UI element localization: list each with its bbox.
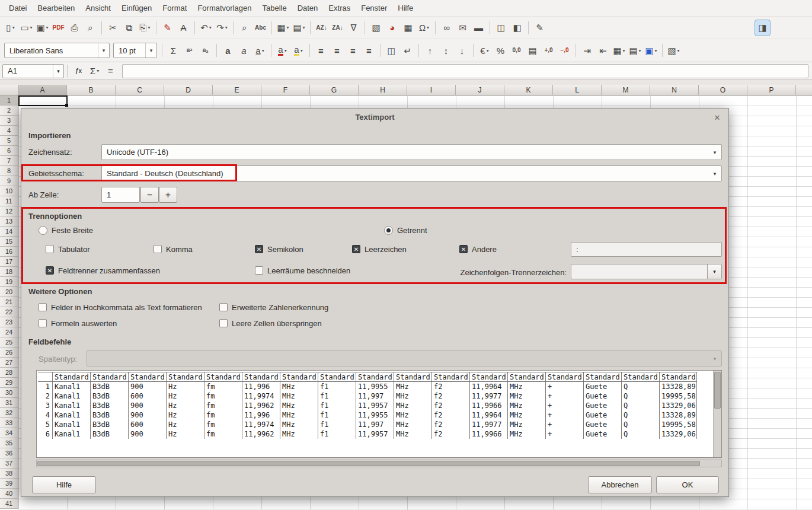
- align-bottom-icon[interactable]: ↓: [455, 43, 469, 58]
- align-left-icon[interactable]: ≡: [314, 43, 328, 58]
- row-header-32[interactable]: 32: [0, 408, 18, 418]
- space-option[interactable]: Leerzeichen: [352, 244, 407, 254]
- tab-checkbox[interactable]: [46, 245, 54, 253]
- row-header-14[interactable]: 14: [0, 227, 18, 237]
- border-color-icon[interactable]: ▣▾: [644, 43, 658, 58]
- italic-icon[interactable]: a: [236, 43, 251, 58]
- save-icon[interactable]: ▣▾: [35, 20, 50, 36]
- row-header-26[interactable]: 26: [0, 348, 18, 358]
- sidebar-icon[interactable]: ◨: [755, 20, 770, 36]
- column-header-p[interactable]: P: [747, 85, 796, 95]
- evaluate-formulas-option[interactable]: Formeln auswerten: [39, 318, 117, 328]
- insert-table-icon[interactable]: ▤▾: [292, 20, 306, 36]
- chevron-down-icon[interactable]: ▾: [708, 166, 721, 181]
- preview-column-header[interactable]: Standard: [621, 372, 659, 381]
- new-document-icon[interactable]: ▯▾: [3, 20, 18, 36]
- row-header-28[interactable]: 28: [0, 368, 18, 378]
- menu-item-bearbeiten[interactable]: Bearbeiten: [32, 1, 80, 15]
- chevron-down-icon[interactable]: ▾: [53, 65, 63, 78]
- border-style-icon[interactable]: ▤▾: [628, 43, 642, 58]
- row-header-29[interactable]: 29: [0, 378, 18, 388]
- row-header-10[interactable]: 10: [0, 186, 18, 196]
- preview-column-header[interactable]: Standard: [545, 372, 583, 381]
- row-header-19[interactable]: 19: [0, 277, 18, 287]
- underline-icon[interactable]: a▾: [252, 43, 267, 58]
- row-header-25[interactable]: 25: [0, 337, 18, 348]
- row-header-21[interactable]: 21: [0, 297, 18, 307]
- preview-column-header[interactable]: Standard: [52, 372, 90, 381]
- menu-item-format[interactable]: Format: [157, 1, 192, 15]
- function-wizard-icon[interactable]: ƒx: [71, 63, 86, 79]
- chevron-down-icon[interactable]: ▾: [708, 145, 721, 160]
- row-header-20[interactable]: 20: [0, 287, 18, 297]
- from-row-input[interactable]: 1: [101, 187, 140, 203]
- fixed-width-radio[interactable]: [39, 226, 47, 235]
- formula-input[interactable]: [122, 64, 808, 78]
- cut-icon[interactable]: ✂: [106, 20, 120, 36]
- preview-column-header[interactable]: Standard: [394, 372, 431, 381]
- tab-option[interactable]: Tabulator: [46, 244, 89, 254]
- column-header-h[interactable]: H: [359, 85, 407, 95]
- row-header-37[interactable]: 37: [0, 458, 18, 468]
- charset-dropdown[interactable]: Unicode (UTF-16) ▾: [101, 144, 722, 160]
- help-button[interactable]: Hilfe: [32, 476, 96, 493]
- decrement-button[interactable]: −: [140, 187, 159, 203]
- row-header-1[interactable]: 1: [0, 95, 18, 106]
- row-header-31[interactable]: 31: [0, 398, 18, 408]
- row-header-8[interactable]: 8: [0, 166, 18, 176]
- clone-formatting-icon[interactable]: ✎: [160, 20, 175, 36]
- add-decimal-place-icon[interactable]: +,0: [541, 43, 556, 58]
- row-header-16[interactable]: 16: [0, 247, 18, 257]
- preview-column-header[interactable]: Standard: [431, 372, 469, 381]
- preview-column-header[interactable]: Standard: [469, 372, 507, 381]
- comma-option[interactable]: Komma: [154, 244, 193, 254]
- row-header-13[interactable]: 13: [0, 216, 18, 227]
- format-as-date-icon[interactable]: ▤: [525, 43, 540, 58]
- row-header-9[interactable]: 9: [0, 176, 18, 186]
- menu-item-daten[interactable]: Daten: [292, 1, 324, 15]
- menu-item-datei[interactable]: Datei: [4, 1, 32, 15]
- scrollbar-thumb[interactable]: [37, 461, 700, 466]
- other-checkbox[interactable]: [459, 245, 468, 253]
- autofilter-icon[interactable]: ∇: [346, 20, 361, 36]
- column-header-o[interactable]: O: [699, 85, 747, 95]
- menu-item-hilfe[interactable]: Hilfe: [392, 1, 418, 15]
- insert-hyperlink-icon[interactable]: ∞: [439, 20, 454, 36]
- row-header-41[interactable]: 41: [0, 499, 18, 509]
- space-checkbox[interactable]: [352, 245, 360, 253]
- row-header-17[interactable]: 17: [0, 257, 18, 267]
- close-icon[interactable]: ✕: [712, 112, 723, 123]
- insert-comment-icon[interactable]: ✉: [455, 20, 470, 36]
- superscript-icon[interactable]: aᵃ: [182, 43, 197, 58]
- sort-descending-icon[interactable]: ZA↓: [330, 20, 345, 36]
- separated-radio[interactable]: [384, 226, 393, 235]
- row-header-33[interactable]: 33: [0, 418, 18, 428]
- select-function-icon[interactable]: Σ▾: [87, 63, 102, 79]
- insert-chart-icon[interactable]: ◕: [385, 20, 399, 36]
- copy-icon[interactable]: ⧉: [122, 20, 136, 36]
- print-preview-icon[interactable]: ⌕: [83, 20, 98, 36]
- chevron-down-icon[interactable]: ▾: [707, 264, 721, 279]
- sort-ascending-icon[interactable]: AZ↓: [314, 20, 329, 36]
- trim-spaces-checkbox[interactable]: [255, 266, 263, 275]
- evaluate-formulas-checkbox[interactable]: [39, 319, 47, 327]
- name-box[interactable]: A1 ▾: [2, 64, 64, 78]
- conditional-formatting-icon[interactable]: ▧▾: [666, 43, 681, 58]
- show-draw-functions-icon[interactable]: ✎: [532, 20, 547, 36]
- wrap-text-icon[interactable]: ↵: [400, 43, 415, 58]
- subscript-icon[interactable]: aₐ: [198, 43, 213, 58]
- font-size-combo[interactable]: 10 pt ▾: [113, 43, 157, 58]
- print-icon[interactable]: ⎙: [67, 20, 82, 36]
- align-right-icon[interactable]: ≡: [346, 43, 360, 58]
- insert-image-icon[interactable]: ▧: [369, 20, 383, 36]
- column-header-d[interactable]: D: [164, 85, 213, 95]
- merge-delimiters-option[interactable]: Feldtrenner zusammenfassen: [46, 266, 160, 275]
- formula-icon[interactable]: =: [103, 63, 118, 79]
- semicolon-checkbox[interactable]: [255, 245, 263, 253]
- delete-decimal-place-icon[interactable]: −,0: [557, 43, 572, 58]
- row-header-11[interactable]: 11: [0, 196, 18, 206]
- menu-item-formatvorlagen[interactable]: Formatvorlagen: [192, 1, 257, 15]
- row-header-39[interactable]: 39: [0, 479, 18, 489]
- locale-dropdown[interactable]: Standard - Deutsch (Deutschland) ▾: [101, 165, 722, 181]
- chevron-down-icon[interactable]: ▾: [145, 43, 156, 58]
